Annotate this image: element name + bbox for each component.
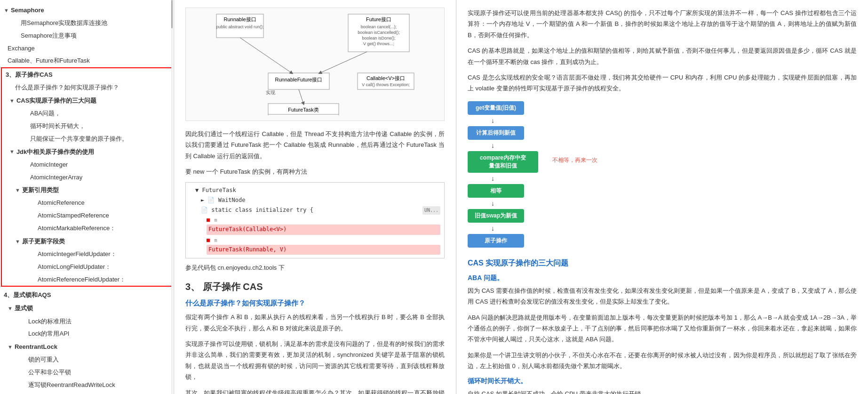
intro-paragraph: 因此我们通过一个线程运行 Callable，但是 Thread 不支持构造方法中… bbox=[185, 129, 445, 161]
tree-item-futuretask: ▼ FutureTask bbox=[190, 185, 440, 195]
sidebar: ▼ Semaphore 用Semaphore实现数据库连接池 Semaphore… bbox=[0, 0, 174, 394]
tree-item-waitnode: ► 📄 WaitNode bbox=[190, 195, 440, 205]
svg-text:FutureTask类: FutureTask类 bbox=[288, 107, 319, 113]
sidebar-semaphore-header[interactable]: ▼ Semaphore bbox=[0, 4, 174, 17]
sidebar-item-exchange[interactable]: Exchange bbox=[0, 42, 174, 55]
folder-icon: ▼ bbox=[195, 187, 202, 193]
middle-content: Runnable接口 public abstract void run(); F… bbox=[174, 0, 456, 394]
reentrant-arrow-icon: ▼ bbox=[8, 343, 13, 352]
sidebar-item-atomic-ref[interactable]: AtomicReference bbox=[2, 197, 172, 209]
svg-text:V get() throws...;: V get() throws...; bbox=[363, 41, 394, 46]
futuretask-diagram: Runnable接口 public abstract void run(); F… bbox=[202, 12, 428, 115]
cas-boxes-col: get变量值(旧值) ↓ 计算后得到新值 ↓ compare内存中变量值和旧值 … bbox=[468, 100, 857, 249]
static-icon: 📄 bbox=[201, 207, 211, 213]
sidebar-field-header[interactable]: ▼ 原子更新字段类 bbox=[2, 235, 172, 248]
sidebar-item-only-one[interactable]: 只能保证一个共享变量的原子操作。 bbox=[2, 133, 172, 145]
cas-arrow-3: ↓ bbox=[491, 175, 494, 182]
cas-box-swap: 旧值swap为新值 bbox=[468, 209, 524, 223]
sidebar-item-atomic-stamped[interactable]: AtomicStampedReference bbox=[2, 209, 172, 222]
ref-text: 参见代码包 cn.enjoyedu.ch2.tools 下 bbox=[185, 262, 445, 273]
cas-three-arrow-icon: ▼ bbox=[9, 96, 15, 105]
cas-side-label: 不相等，再来一次 bbox=[552, 156, 597, 164]
svg-text:public abstract void run();: public abstract void run(); bbox=[216, 24, 263, 29]
method-icon-red-2: ■ bbox=[207, 237, 210, 243]
right-para-3: CAS 是怎么实现线程的安全呢？语言层面不做处理，我们将其交给硬件一 CPU 和… bbox=[468, 72, 857, 94]
code-tree-futuretask: ▼ FutureTask ► 📄 WaitNode 📄 static class… bbox=[185, 182, 445, 258]
sidebar-item-lock-std[interactable]: Lock的标准用法 bbox=[0, 315, 174, 328]
sidebar-item-rw-lock[interactable]: 逐写锁ReentrantReadWriteLock bbox=[0, 379, 174, 392]
field-arrow-icon: ▼ bbox=[15, 237, 20, 246]
sidebar-cas-section: 3、原子操作CAS 什么是原子操作？如何实现原子操作？ ▼ CAS实现原子操作的… bbox=[1, 67, 173, 287]
right-aba-para-3: 如果你是一个讲卫生讲文明的小伙子，不但关心水在不在，还要在你离开的时候水被人动过… bbox=[468, 350, 857, 372]
sidebar-item-atomic-markable[interactable]: AtomicMarkableReference： bbox=[2, 222, 172, 235]
sidebar-item-atomic-int[interactable]: AtomicInteger bbox=[2, 159, 172, 171]
sidebar-item-int-field[interactable]: AtomicIntegerFieldUpdater： bbox=[2, 248, 172, 261]
svg-text:实现: 实现 bbox=[266, 90, 275, 95]
right-content: 实现原子操作还可以使用当前的处理器基本都支持 CAS() 的指令，只不过每个厂家… bbox=[456, 0, 868, 394]
sidebar-item-semaphore-note[interactable]: Semaphore注意事项 bbox=[0, 30, 174, 42]
cas-box-equal: 相等 bbox=[468, 184, 524, 198]
svg-text:Callable<V>接口: Callable<V>接口 bbox=[366, 75, 405, 81]
cas-arrow-4: ↓ bbox=[491, 200, 494, 207]
cas-flow-diagram: get变量值(旧值) ↓ 计算后得到新值 ↓ compare内存中变量值和旧值 … bbox=[468, 100, 857, 249]
sidebar-item-semaphore-db[interactable]: 用Semaphore实现数据库连接池 bbox=[0, 17, 174, 30]
svg-text:Runnable接口: Runnable接口 bbox=[223, 16, 256, 22]
tree-item-futuretask-runnable: ■ m FutureTask(Runnable, V) bbox=[190, 235, 440, 255]
cas-arrow-1: ↓ bbox=[491, 117, 494, 124]
sidebar-explicit-lock-header[interactable]: ▼ 显式锁 bbox=[0, 302, 174, 315]
sidebar-item-lock-api[interactable]: Lock的常用API bbox=[0, 328, 174, 340]
right-aba-para-2: ABA 问题的解决思路就是使用版本号，在变量前面追加上版本号，每次变量更新的时候… bbox=[468, 312, 857, 345]
cas-sub-heading: 什么是原子操作？如何实现原子操作？ bbox=[185, 299, 445, 308]
cas-box-compare: compare内存中变量值和旧值 bbox=[468, 151, 538, 173]
explicit-lock-arrow-icon: ▼ bbox=[8, 304, 13, 313]
tree-item-futuretask-callable: ■ m FutureTask(Callable<V>) bbox=[190, 215, 440, 235]
heading-num: 3、 bbox=[185, 281, 200, 292]
svg-line-20 bbox=[240, 38, 292, 73]
sidebar-item-reentrant-sub[interactable]: 锁的可重入 bbox=[0, 354, 174, 366]
sidebar-aqs-header[interactable]: 4、显式锁和AQS bbox=[0, 289, 174, 302]
cas-box-compute: 计算后得到新值 bbox=[468, 126, 524, 140]
svg-text:V call() throws Exception;: V call() throws Exception; bbox=[362, 82, 410, 87]
sidebar-jdk-header[interactable]: ▼ Jdk中相关原子操作类的使用 bbox=[2, 145, 172, 159]
svg-text:boolean isDone();: boolean isDone(); bbox=[362, 36, 395, 40]
right-heading-aba: ABA 问题。 bbox=[468, 274, 857, 282]
right-para-1: 实现原子操作还可以使用当前的处理器基本都支持 CAS() 的指令，只不过每个厂家… bbox=[468, 8, 857, 40]
sidebar-item-loop[interactable]: 循环时间长开销大， bbox=[2, 120, 172, 133]
sidebar-item-fair-unfair[interactable]: 公平和非公平锁 bbox=[0, 366, 174, 379]
cas-box-get: get变量值(旧值) bbox=[468, 101, 524, 115]
sidebar-reentrant-header[interactable]: ▼ ReentrantLock bbox=[0, 340, 174, 354]
right-heading-loop: 循环时间长开销大。 bbox=[468, 377, 857, 386]
class-diagram: Runnable接口 public abstract void run(); F… bbox=[185, 8, 445, 121]
heading-text: 原子操作 CAS bbox=[203, 281, 263, 292]
tree-item-static-init: 📄 static class initializer try { UN... bbox=[190, 205, 440, 215]
svg-line-21 bbox=[320, 52, 367, 73]
sidebar-item-aba[interactable]: ABA问题， bbox=[2, 107, 172, 120]
sidebar-item-atomic-int-arr[interactable]: AtomicIntegerArray bbox=[2, 171, 172, 184]
svg-text:boolean isCancelled();: boolean isCancelled(); bbox=[358, 30, 400, 35]
sidebar-item-ref-field[interactable]: AtomicReferenceFieldUpdater： bbox=[2, 273, 172, 286]
svg-text:RunnableFuture接口: RunnableFuture接口 bbox=[275, 77, 322, 82]
semaphore-arrow-icon: ▼ bbox=[4, 6, 9, 15]
sidebar-item-cas-what[interactable]: 什么是原子操作？如何实现原子操作？ bbox=[2, 81, 172, 94]
right-loop-para: 自旋 CAS 如果长时间不成功，会给 CPU 带来非常大的执行开销。 bbox=[468, 388, 857, 394]
ref-arrow-icon: ▼ bbox=[15, 186, 20, 195]
new-futuretask-text: 要 new 一个 FutureTask 的实例，有两种方法 bbox=[185, 166, 445, 177]
sidebar-condition-header[interactable]: ▼ Condition接口 bbox=[0, 392, 174, 394]
badge-un: UN... bbox=[422, 206, 440, 215]
sidebar-item-callable-future[interactable]: Callable、Future和FutureTask bbox=[0, 55, 174, 67]
cas-arrow-5: ↓ bbox=[491, 225, 494, 232]
middle-para-3: 其次，如果我们被阻塞的线程优先级很高很重要怎么办？其次，如果获得锁的线程一直不释… bbox=[185, 387, 445, 394]
middle-para-1: 假定有两个操作 A 和 B，如果从执行 A 的线程来看，当另一个线程执行 B 时… bbox=[185, 312, 445, 334]
svg-line-22 bbox=[299, 89, 303, 104]
folder-icon-2: ► bbox=[201, 197, 207, 203]
right-para-2: CAS 的基本思路就是，如果这个地址上的值和期望的值相等，则给其赋予新值，否则不… bbox=[468, 45, 857, 67]
cas-box-atomic: 原子操作 bbox=[468, 234, 524, 248]
svg-text:Future接口: Future接口 bbox=[366, 16, 391, 22]
cas-arrow-2: ↓ bbox=[491, 142, 494, 149]
sidebar-cas-three-header[interactable]: ▼ CAS实现原子操作的三大问题 bbox=[2, 94, 172, 107]
svg-text:boolean cancel(...);: boolean cancel(...); bbox=[360, 24, 397, 29]
sidebar-semaphore-label: Semaphore bbox=[11, 5, 44, 16]
sidebar-cas-header[interactable]: 3、原子操作CAS bbox=[2, 68, 172, 81]
sidebar-ref-header[interactable]: ▼ 更新引用类型 bbox=[2, 184, 172, 197]
sidebar-item-long-field[interactable]: AtomicLongFieldUpdater： bbox=[2, 261, 172, 273]
